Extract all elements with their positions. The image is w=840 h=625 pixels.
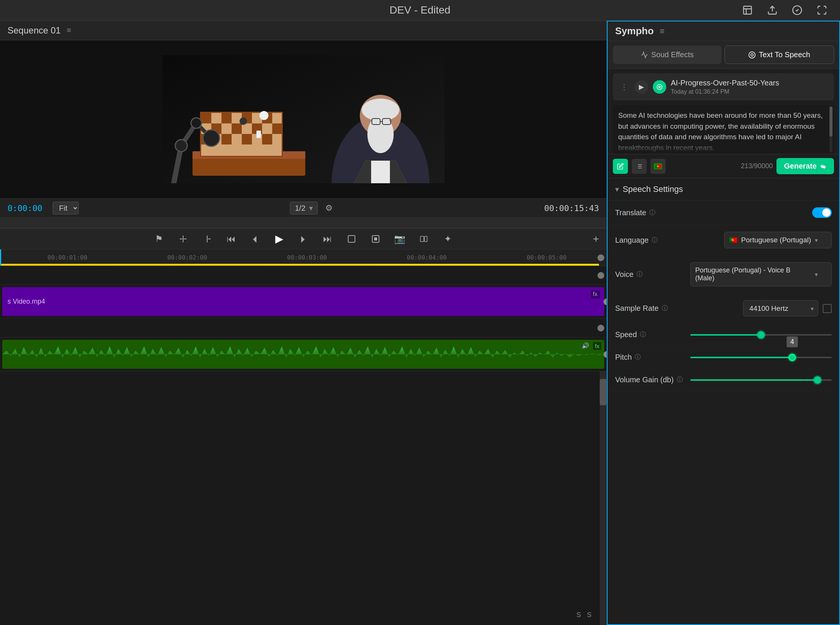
text-fade bbox=[613, 139, 834, 154]
sample-rate-control: 44100 Hertz ▾ bbox=[690, 300, 832, 316]
fullscreen-icon[interactable] bbox=[815, 3, 829, 17]
volume-gain-label: Volume Gain (db) ⓘ bbox=[615, 376, 690, 384]
top-bar-icons bbox=[741, 3, 829, 17]
app-title: DEV - Edited bbox=[389, 4, 451, 16]
svg-rect-32 bbox=[272, 134, 282, 145]
tab-sound-effects[interactable]: Soud Effects bbox=[613, 45, 722, 64]
time-marker-1: 00:00:01:00 bbox=[8, 254, 127, 261]
language-select[interactable]: 🇵🇹 Portuguese (Portugal) ▾ bbox=[724, 232, 832, 248]
generate-button[interactable]: Generate bbox=[776, 158, 834, 174]
vertical-scrollbar-thumb[interactable] bbox=[600, 379, 606, 405]
sample-rate-select[interactable]: 44100 Hertz bbox=[743, 300, 818, 316]
save-icon[interactable] bbox=[741, 3, 754, 17]
svg-point-34 bbox=[259, 111, 268, 120]
svg-rect-24 bbox=[272, 123, 282, 134]
speed-slider-thumb[interactable] bbox=[757, 331, 765, 339]
voice-row: Voice ⓘ Portuguese (Portugal) - Voice B … bbox=[608, 255, 839, 294]
sample-rate-row: Sample Rate ⓘ 44100 Hertz ▾ bbox=[608, 294, 839, 323]
translate-toggle[interactable] bbox=[812, 207, 832, 218]
video-controls-bar: 0:00:00 Fit 1/2 ▾ ⚙ 00:00:15:43 bbox=[0, 198, 606, 218]
language-label: Language ⓘ bbox=[615, 236, 690, 244]
time-marker-2: 00:00:02:00 bbox=[127, 254, 247, 261]
track-item: ⋮ ▶ AI-Progress-Over-Past-50-Years Today… bbox=[613, 73, 834, 101]
svg-rect-27 bbox=[222, 134, 232, 145]
svg-rect-35 bbox=[256, 131, 261, 138]
voice-select[interactable]: Portuguese (Portugal) - Voice B (Male) ▾ bbox=[690, 262, 832, 286]
step-back-button[interactable]: ⏴ bbox=[248, 232, 262, 246]
fit-dropdown[interactable]: Fit bbox=[53, 202, 79, 215]
overwrite-button[interactable] bbox=[369, 232, 383, 246]
volume-gain-slider-thumb[interactable] bbox=[814, 376, 821, 384]
tab-text-to-speech[interactable]: Text To Speech bbox=[725, 45, 834, 64]
speed-slider[interactable] bbox=[690, 331, 832, 339]
flag-button[interactable]: ⚑ bbox=[152, 232, 166, 246]
voice-label: Voice ⓘ bbox=[615, 270, 690, 279]
effects-button[interactable]: ✦ bbox=[441, 232, 455, 246]
svg-point-41 bbox=[203, 130, 220, 146]
language-flag: 🇵🇹 bbox=[729, 236, 737, 244]
volume-gain-control bbox=[690, 376, 832, 384]
pitch-info-icon[interactable]: ⓘ bbox=[635, 353, 641, 361]
step-forward-button[interactable]: ⏵ bbox=[297, 232, 310, 246]
yellow-timeline-bar bbox=[0, 264, 599, 266]
voice-info-icon[interactable]: ⓘ bbox=[637, 271, 643, 278]
sample-rate-label: Sample Rate ⓘ bbox=[615, 304, 690, 312]
timeline-ruler bbox=[0, 218, 606, 229]
check-icon[interactable] bbox=[790, 3, 804, 17]
back-to-start-button[interactable]: ⏮ bbox=[225, 232, 238, 246]
language-info-icon[interactable]: ⓘ bbox=[652, 236, 658, 244]
time-marker-5: 00:00:05:00 bbox=[487, 254, 606, 261]
translate-label: Translate ⓘ bbox=[615, 208, 690, 217]
pitch-slider[interactable]: 4 bbox=[690, 354, 832, 361]
text-scrollbar[interactable] bbox=[829, 106, 832, 152]
add-track-button[interactable]: + bbox=[593, 233, 599, 245]
split-button[interactable] bbox=[176, 232, 190, 246]
svg-rect-19 bbox=[222, 123, 232, 134]
svg-point-60 bbox=[749, 51, 755, 58]
export-icon[interactable] bbox=[766, 3, 779, 17]
insert-button[interactable] bbox=[345, 232, 358, 246]
settings-section-title: Speech Settings bbox=[623, 184, 683, 194]
camera-button[interactable]: 📷 bbox=[393, 232, 406, 246]
svg-rect-31 bbox=[262, 134, 272, 145]
speed-control bbox=[690, 331, 832, 339]
settings-icon[interactable]: ⚙ bbox=[325, 203, 333, 213]
trim-button[interactable] bbox=[200, 232, 214, 246]
main-content: Sequence 01 ≡ bbox=[0, 21, 840, 625]
play-button[interactable]: ▶ bbox=[273, 232, 286, 246]
fast-forward-button[interactable]: ⏭ bbox=[321, 232, 334, 246]
keyframe-1 bbox=[597, 272, 604, 279]
pitch-tooltip: 4 bbox=[787, 336, 798, 347]
svg-point-45 bbox=[362, 99, 399, 121]
sympho-menu-icon[interactable]: ≡ bbox=[660, 26, 665, 36]
speed-info-icon[interactable]: ⓘ bbox=[640, 331, 646, 339]
time-marker-4: 00:00:04:00 bbox=[367, 254, 487, 261]
track-more-button[interactable]: ⋮ bbox=[618, 81, 630, 93]
video-track: s Video.mp4 fx bbox=[2, 287, 604, 316]
keyframe-3 bbox=[597, 325, 604, 331]
text-scrollbar-thumb[interactable] bbox=[829, 106, 832, 137]
flag-tool-button[interactable]: 🇵🇹 bbox=[651, 159, 665, 174]
sympho-panel: Sympho ≡ Soud Effects Text To Speech ⋮ ▶ bbox=[607, 21, 840, 625]
volume-gain-info-icon[interactable]: ⓘ bbox=[677, 376, 683, 384]
svg-rect-11 bbox=[222, 113, 232, 123]
volume-gain-slider[interactable] bbox=[690, 376, 832, 384]
translate-info-icon[interactable]: ⓘ bbox=[649, 209, 656, 217]
settings-section-header[interactable]: ▾ Speech Settings bbox=[608, 178, 839, 201]
list-tool-button[interactable] bbox=[632, 159, 647, 174]
pitch-row: Pitch ⓘ 4 bbox=[608, 346, 839, 369]
chevron-down-icon: ▾ bbox=[615, 185, 619, 194]
edit-tool-button[interactable] bbox=[613, 159, 628, 174]
language-row: Language ⓘ 🇵🇹 Portuguese (Portugal) ▾ bbox=[608, 225, 839, 255]
multi-cam-button[interactable] bbox=[417, 232, 431, 246]
pitch-slider-thumb[interactable] bbox=[789, 354, 796, 361]
svg-point-61 bbox=[751, 53, 753, 56]
svg-rect-29 bbox=[242, 134, 252, 145]
track-play-button[interactable]: ▶ bbox=[635, 80, 648, 94]
page-indicator[interactable]: 1/2 ▾ bbox=[290, 202, 317, 215]
voice-chevron-icon: ▾ bbox=[815, 271, 818, 278]
sequence-menu-icon[interactable]: ≡ bbox=[67, 26, 71, 35]
playback-controls: ⚑ ⏮ ⏴ ▶ ⏵ ⏭ 📷 ✦ + bbox=[0, 229, 606, 249]
sample-rate-checkbox[interactable] bbox=[823, 304, 832, 313]
sample-rate-info-icon[interactable]: ⓘ bbox=[662, 305, 668, 312]
